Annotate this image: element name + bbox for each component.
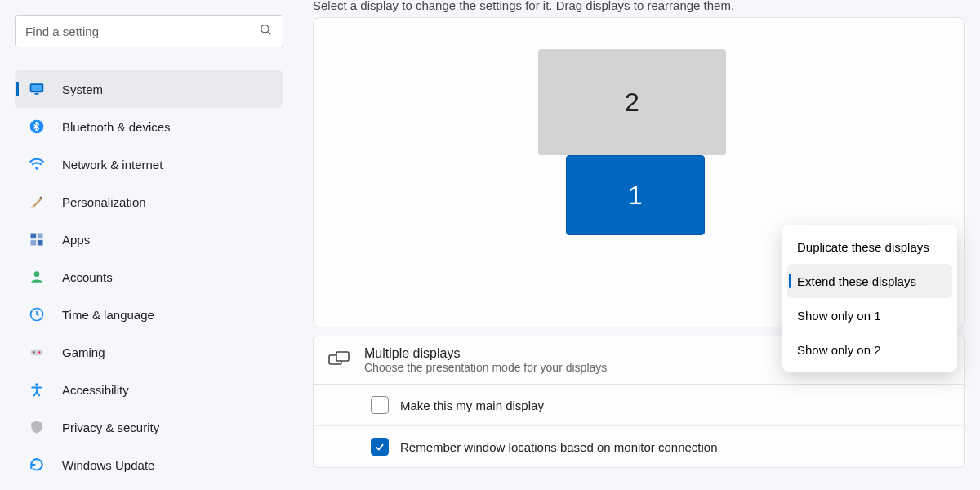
search-field-wrap [15, 15, 283, 47]
sidebar-item-network[interactable]: Network & internet [15, 145, 283, 183]
checkbox-checked[interactable] [371, 438, 389, 456]
apps-icon [26, 231, 47, 247]
multiple-displays-title: Multiple displays [364, 346, 607, 361]
sidebar-item-system[interactable]: System [15, 70, 283, 108]
sidebar-item-label: Accessibility [62, 383, 129, 397]
svg-rect-13 [31, 350, 43, 356]
sidebar-item-accounts[interactable]: Accounts [15, 258, 283, 296]
displays-icon [328, 351, 364, 369]
multiple-displays-subtitle: Choose the presentation mode for your di… [364, 361, 607, 374]
svg-point-0 [261, 25, 269, 33]
sidebar-item-label: Time & language [62, 308, 154, 322]
display-tile-1[interactable]: 1 [566, 155, 705, 235]
sidebar-item-label: Accounts [62, 270, 113, 284]
clock-globe-icon [26, 306, 47, 323]
update-icon [26, 457, 47, 473]
dropdown-option-extend[interactable]: Extend these displays [787, 264, 952, 298]
display-mode-dropdown: Duplicate these displays Extend these di… [782, 225, 957, 372]
dropdown-option-show-only-1[interactable]: Show only on 1 [787, 298, 952, 332]
svg-rect-3 [31, 85, 42, 91]
svg-point-11 [34, 271, 40, 277]
sidebar-item-label: Apps [62, 233, 90, 247]
settings-sidebar: System Bluetooth & devices Network & int… [0, 0, 298, 490]
svg-rect-8 [38, 234, 43, 239]
search-icon [259, 23, 272, 39]
dropdown-option-duplicate[interactable]: Duplicate these displays [787, 229, 952, 264]
paintbrush-icon [26, 194, 47, 210]
svg-point-14 [33, 351, 35, 353]
svg-point-6 [35, 167, 38, 169]
sidebar-item-personalization[interactable]: Personalization [15, 183, 283, 220]
sidebar-item-gaming[interactable]: Gaming [15, 333, 283, 371]
svg-line-1 [268, 32, 270, 34]
person-icon [26, 269, 47, 285]
dropdown-option-show-only-2[interactable]: Show only on 2 [787, 332, 952, 367]
svg-point-16 [35, 383, 38, 386]
accessibility-icon [26, 381, 47, 398]
sidebar-item-windows-update[interactable]: Windows Update [15, 446, 283, 483]
sidebar-item-label: Privacy & security [62, 421, 159, 434]
svg-rect-18 [336, 352, 349, 361]
wifi-icon [26, 156, 47, 172]
svg-rect-10 [38, 240, 43, 246]
sidebar-nav: System Bluetooth & devices Network & int… [15, 70, 283, 483]
gamepad-icon [26, 344, 47, 360]
sidebar-item-label: Bluetooth & devices [62, 120, 171, 134]
sidebar-item-apps[interactable]: Apps [15, 220, 283, 258]
shield-icon [26, 419, 47, 435]
sidebar-item-label: System [62, 82, 103, 96]
main-display-option-row[interactable]: Make this my main display [314, 385, 964, 426]
sidebar-item-label: Windows Update [62, 458, 154, 472]
main-display-label: Make this my main display [400, 399, 544, 412]
sidebar-item-time-language[interactable]: Time & language [15, 296, 283, 333]
search-input[interactable] [15, 15, 283, 47]
sidebar-item-label: Gaming [62, 345, 105, 359]
bluetooth-icon [26, 118, 47, 135]
multiple-displays-texts: Multiple displays Choose the presentatio… [364, 346, 607, 374]
sidebar-item-label: Personalization [62, 195, 146, 209]
monitor-icon [26, 81, 47, 97]
main-content: Select a display to change the settings … [298, 0, 980, 490]
sidebar-item-bluetooth[interactable]: Bluetooth & devices [15, 108, 283, 145]
remember-windows-label: Remember window locations based on monit… [400, 440, 718, 454]
display-tile-2[interactable]: 2 [538, 49, 726, 155]
svg-point-15 [38, 351, 40, 353]
sidebar-item-accessibility[interactable]: Accessibility [15, 371, 283, 408]
remember-windows-option-row[interactable]: Remember window locations based on monit… [314, 426, 964, 467]
svg-rect-9 [31, 240, 37, 246]
sidebar-item-privacy[interactable]: Privacy & security [15, 408, 283, 446]
checkbox-unchecked[interactable] [371, 396, 389, 414]
display-instruction-text: Select a display to change the settings … [313, 0, 965, 12]
svg-rect-4 [35, 93, 39, 95]
sidebar-item-label: Network & internet [62, 158, 163, 172]
svg-rect-7 [31, 234, 37, 239]
